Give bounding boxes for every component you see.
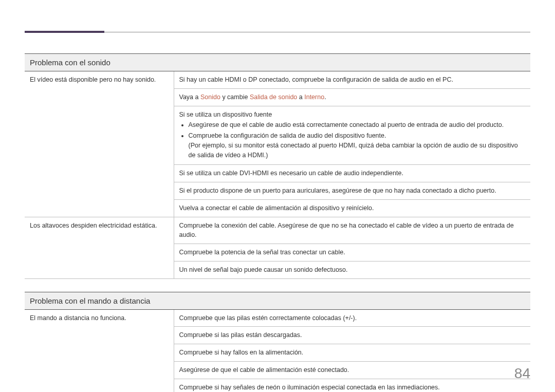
page-accent-bar — [25, 31, 104, 33]
solution-cell: Compruebe si las pilas están descargadas… — [174, 327, 530, 344]
solution-cell: Vuelva a conectar el cable de alimentaci… — [174, 199, 530, 217]
solution-cell: Si se utiliza un cable DVI-HDMI es neces… — [174, 165, 530, 182]
solution-cell: Si el producto dispone de un puerto para… — [174, 182, 530, 200]
bullet-item: Compruebe la configuración de salida de … — [189, 131, 526, 160]
table-row: Los altavoces despiden electricidad está… — [25, 217, 530, 244]
solution-cell: Compruebe la potencia de la señal tras c… — [174, 244, 530, 262]
solution-cell: Compruebe que las pilas estén correctame… — [174, 309, 530, 327]
page-number: 84 — [514, 365, 530, 382]
table-row: El mando a distancia no funciona.Comprue… — [25, 309, 530, 327]
problem-cell: Los altavoces despiden electricidad está… — [25, 217, 174, 278]
solution-cell: Si se utiliza un dispositivo fuenteAsegú… — [174, 106, 530, 165]
solution-cell: Vaya a Sonido y cambie Salida de sonido … — [174, 88, 530, 106]
solution-cell: Compruebe si hay fallos en la alimentaci… — [174, 344, 530, 362]
table-row: El vídeo está disponible pero no hay son… — [25, 71, 530, 89]
solution-cell: Compruebe la conexión del cable. Asegúre… — [174, 217, 530, 244]
bullet-item: Asegúrese de que el cable de audio está … — [189, 120, 526, 130]
troubleshooting-content: Problema con el sonidoEl vídeo está disp… — [25, 53, 530, 392]
section-header: Problema con el sonido — [25, 54, 530, 71]
troubleshooting-table: Problema con el sonidoEl vídeo está disp… — [25, 53, 530, 392]
problem-cell: El vídeo está disponible pero no hay son… — [25, 71, 174, 217]
section-header: Problema con el mando a distancia — [25, 292, 530, 309]
solution-bullets: Asegúrese de que el cable de audio está … — [179, 120, 526, 160]
problem-cell: El mando a distancia no funciona. — [25, 309, 174, 392]
solution-cell: Compruebe si hay señales de neón o ilumi… — [174, 379, 530, 392]
solution-cell: Si hay un cable HDMI o DP conectado, com… — [174, 71, 530, 89]
solution-cell: Asegúrese de que el cable de alimentació… — [174, 361, 530, 379]
solution-cell: Un nivel de señal bajo puede causar un s… — [174, 261, 530, 278]
